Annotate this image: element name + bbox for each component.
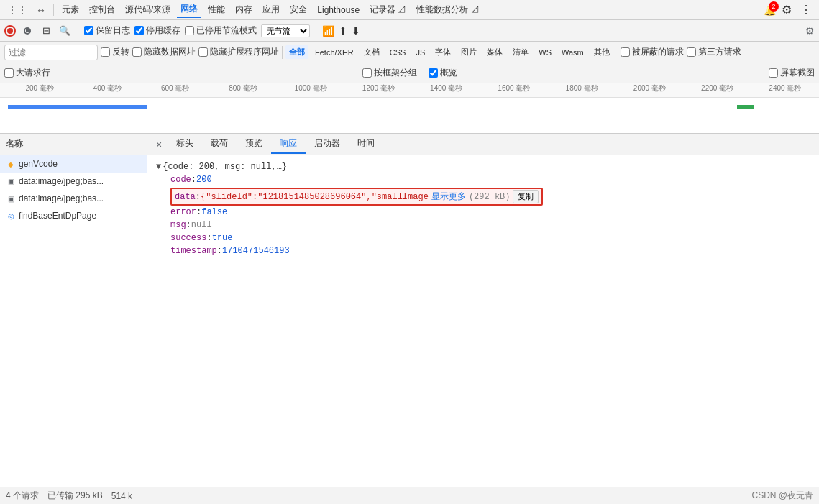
show-more-link[interactable]: 显示更多	[431, 191, 466, 203]
json-data-line: data : {"slideId":"1218151485028696064",…	[156, 187, 810, 206]
network-toolbar: ⊟ 🔍 保留日志 停用缓存 已停用节流模式 无节流 快速 3G 慢速 3G 📶 …	[0, 20, 819, 42]
tab-elements[interactable]: 元素	[58, 2, 83, 17]
ruler-mark-11: 2400 毫秒	[751, 83, 819, 93]
type-media[interactable]: 媒体	[483, 45, 506, 59]
tab-payload[interactable]: 载荷	[202, 134, 237, 154]
more-icon[interactable]: ⋮	[797, 1, 815, 18]
tab-sources[interactable]: 源代码/来源	[122, 2, 174, 17]
tab-initiator[interactable]: 启动器	[306, 134, 349, 154]
throttle-label[interactable]: 已停用节流模式	[185, 24, 257, 37]
preserve-log-checkbox[interactable]	[84, 26, 93, 35]
screenshot-label[interactable]: 屏幕截图	[769, 67, 815, 79]
type-ws[interactable]: WS	[535, 47, 555, 58]
requests-column-header: 名称	[0, 134, 147, 155]
type-font[interactable]: 字体	[431, 45, 454, 59]
timestamp-value: 1710471546193	[222, 246, 290, 256]
tab-performance[interactable]: 性能	[204, 2, 229, 17]
hide-data-url-label[interactable]: 隐藏数据网址	[132, 46, 196, 58]
tab-headers[interactable]: 标头	[168, 134, 202, 154]
overview-checkbox[interactable]	[429, 68, 438, 78]
root-value: {code: 200, msg: null,…}	[163, 162, 287, 172]
tab-perf-insights[interactable]: 性能数据分析 ⊿	[413, 2, 482, 17]
hide-extension-checkbox[interactable]	[198, 47, 208, 57]
tab-memory[interactable]: 内存	[232, 2, 256, 17]
msg-key: msg	[170, 220, 186, 230]
req-name-3: findBaseEntDpPage	[19, 211, 96, 221]
type-css[interactable]: CSS	[386, 47, 410, 58]
invert-checkbox[interactable]	[101, 47, 110, 57]
divider-1	[53, 4, 54, 16]
divider-2	[78, 25, 78, 37]
type-js[interactable]: JS	[412, 47, 429, 58]
overview-label[interactable]: 概览	[429, 67, 457, 79]
timeline-area: 200 毫秒 400 毫秒 600 毫秒 800 毫秒 1000 毫秒 1200…	[0, 83, 819, 134]
search-icon[interactable]: 🔍	[58, 24, 72, 38]
notification-badge[interactable]: 🔔 2	[764, 4, 776, 16]
type-all[interactable]: 全部	[285, 45, 308, 59]
type-manifest[interactable]: 清单	[509, 45, 532, 59]
ruler-mark-9: 2000 毫秒	[616, 83, 683, 93]
download-icon[interactable]: ⬇	[352, 25, 360, 37]
tab-timing[interactable]: 时间	[349, 134, 383, 154]
request-item-0[interactable]: ◆ genVcode	[0, 155, 147, 173]
screenshot-checkbox[interactable]	[769, 68, 778, 78]
options-toolbar: 大请求行 按框架分组 概览 屏幕截图	[0, 63, 819, 83]
invert-label[interactable]: 反转	[101, 46, 129, 58]
close-tab-button[interactable]: ×	[150, 136, 168, 153]
throttle-checkbox[interactable]	[185, 26, 194, 35]
group-by-frame-checkbox[interactable]	[362, 68, 372, 78]
requests-header-text: 名称	[6, 138, 23, 150]
tab-network[interactable]: 网络	[177, 1, 201, 18]
type-wasm[interactable]: Wasm	[558, 47, 587, 58]
req-icon-2: ▣	[6, 195, 16, 203]
error-key: error	[170, 207, 196, 217]
type-other[interactable]: 其他	[590, 45, 613, 59]
devtools-icon-1[interactable]: ⋮⋮	[4, 3, 30, 17]
filter-icon[interactable]: ⊟	[39, 24, 53, 38]
disable-cache-text: 停用缓存	[146, 24, 180, 37]
devtools-icon-2[interactable]: ↔	[33, 3, 49, 17]
upload-icon[interactable]: ⬆	[339, 25, 347, 37]
preserve-log-label[interactable]: 保留日志	[84, 24, 130, 37]
tab-preview[interactable]: 预览	[237, 134, 271, 154]
group-by-frame-label[interactable]: 按框架分组	[362, 67, 417, 79]
disable-cache-label[interactable]: 停用缓存	[134, 24, 180, 37]
big-rows-label[interactable]: 大请求行	[4, 67, 50, 79]
copy-button[interactable]: 复制	[513, 190, 539, 203]
show-more-size: (292 kB)	[469, 192, 511, 202]
tab-lighthouse[interactable]: Lighthouse	[314, 4, 363, 17]
badge-count: 2	[769, 1, 779, 12]
root-toggle[interactable]: ▼	[156, 162, 161, 172]
request-item-1[interactable]: ▣ data:image/jpeg;bas...	[0, 173, 147, 190]
blocked-requests-checkbox[interactable]	[621, 47, 630, 57]
hide-extension-label[interactable]: 隐藏扩展程序网址	[198, 46, 279, 58]
type-img[interactable]: 图片	[457, 45, 480, 59]
code-key: code	[170, 175, 191, 185]
main-content: 名称 ◆ genVcode ▣ data:image/jpeg;bas... ▣…	[0, 134, 819, 487]
request-item-3[interactable]: ◎ findBaseEntDpPage	[0, 207, 147, 224]
success-colon: :	[206, 233, 211, 243]
tab-response[interactable]: 响应	[271, 134, 306, 154]
hide-data-url-checkbox[interactable]	[132, 47, 142, 57]
big-rows-checkbox[interactable]	[4, 68, 14, 78]
settings-icon[interactable]: ⚙	[779, 1, 795, 18]
data-highlight-row: data : {"slideId":"1218151485028696064",…	[170, 188, 543, 206]
request-item-2[interactable]: ▣ data:image/jpeg;bas...	[0, 190, 147, 207]
tab-application[interactable]: 应用	[259, 2, 283, 17]
tab-recorder[interactable]: 记录器 ⊿	[366, 2, 410, 17]
record-button[interactable]	[4, 25, 16, 37]
filter-input[interactable]	[4, 45, 98, 60]
tab-console[interactable]: 控制台	[86, 2, 119, 17]
tab-security[interactable]: 安全	[286, 2, 311, 17]
third-party-label[interactable]: 第三方请求	[687, 46, 741, 58]
stop-button[interactable]	[20, 24, 35, 38]
throttle-dropdown[interactable]: 无节流 快速 3G 慢速 3G	[261, 24, 310, 37]
network-settings-icon[interactable]: ⚙	[805, 25, 815, 37]
blocked-requests-label[interactable]: 被屏蔽的请求	[621, 46, 684, 58]
disable-cache-checkbox[interactable]	[134, 26, 144, 35]
right-panel: × 标头 载荷 预览 响应 启动器 时间 ▼ {code: 200, msg: …	[147, 134, 819, 487]
type-fetch-xhr[interactable]: Fetch/XHR	[311, 47, 357, 58]
timeline-bar-1	[8, 105, 147, 109]
type-doc[interactable]: 文档	[360, 45, 383, 59]
third-party-checkbox[interactable]	[687, 47, 696, 57]
